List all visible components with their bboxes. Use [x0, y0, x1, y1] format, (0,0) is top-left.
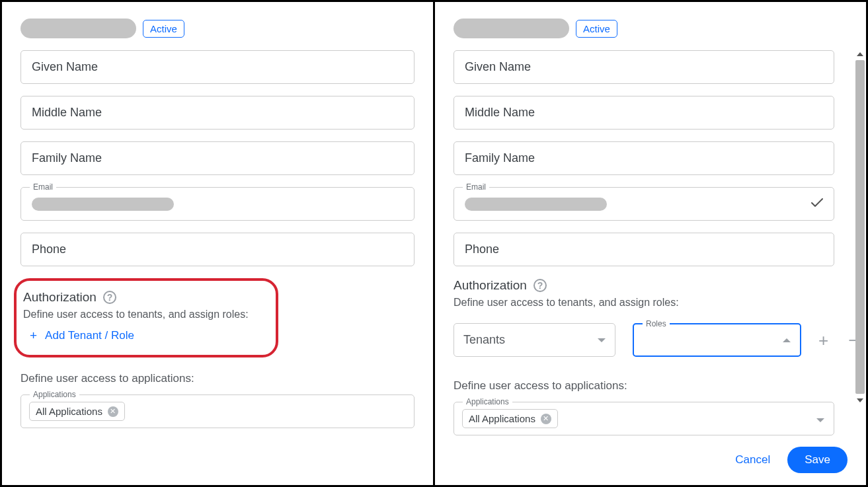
application-chip-label: All Applications	[36, 406, 102, 417]
given-name-field[interactable]: Given Name	[20, 50, 414, 84]
email-redacted	[32, 198, 174, 211]
check-icon	[811, 197, 823, 211]
applications-subtitle: Define user access to applications:	[20, 372, 414, 385]
authorization-heading: Authorization	[454, 278, 527, 293]
scroll-up-icon[interactable]	[857, 52, 863, 56]
header-row: Active	[20, 19, 414, 38]
status-badge: Active	[143, 20, 184, 38]
authorization-heading-row: Authorization ?	[454, 278, 848, 293]
chevron-up-icon	[783, 338, 791, 342]
given-name-field[interactable]: Given Name	[454, 50, 834, 84]
tenants-placeholder: Tenants	[463, 333, 505, 347]
middle-name-field[interactable]: Middle Name	[454, 96, 834, 130]
tenants-select[interactable]: Tenants	[454, 323, 615, 357]
applications-select[interactable]: Applications All Applications ✕	[454, 402, 834, 435]
email-field[interactable]: Email	[454, 187, 834, 221]
add-tenant-role-label: Add Tenant / Role	[45, 329, 134, 342]
middle-name-field[interactable]: Middle Name	[20, 96, 414, 130]
phone-placeholder: Phone	[465, 243, 499, 256]
remove-chip-icon[interactable]: ✕	[108, 406, 118, 417]
scrollbar-thumb[interactable]	[855, 60, 865, 394]
authorization-subtitle: Define user access to tenants, and assig…	[454, 297, 848, 309]
panel-right: Active Given Name Middle Name Family Nam…	[435, 2, 866, 485]
plus-icon: +	[30, 328, 37, 343]
roles-label: Roles	[643, 319, 670, 328]
panel-left: Active Given Name Middle Name Family Nam…	[2, 2, 435, 485]
application-chip[interactable]: All Applications ✕	[29, 402, 125, 421]
email-label: Email	[30, 182, 56, 192]
row-action-icons: + −	[818, 332, 858, 349]
remove-chip-icon[interactable]: ✕	[541, 414, 551, 424]
chevron-down-icon	[598, 338, 606, 342]
email-redacted	[465, 198, 607, 211]
given-name-placeholder: Given Name	[465, 60, 531, 74]
family-name-placeholder: Family Name	[465, 151, 535, 165]
help-icon[interactable]: ?	[533, 279, 547, 292]
name-redacted	[20, 19, 136, 38]
middle-name-placeholder: Middle Name	[32, 106, 102, 120]
authorization-subtitle: Define user access to tenants, and assig…	[23, 309, 264, 320]
middle-name-placeholder: Middle Name	[465, 106, 535, 120]
given-name-placeholder: Given Name	[32, 60, 98, 74]
application-chip-label: All Applications	[469, 413, 535, 424]
header-row: Active	[454, 19, 848, 38]
add-tenant-role-link[interactable]: + Add Tenant / Role	[30, 328, 134, 343]
applications-label: Applications	[30, 390, 79, 399]
authorization-heading-row: Authorization ?	[23, 290, 264, 305]
cancel-button[interactable]: Cancel	[735, 453, 770, 467]
roles-select[interactable]: Roles	[633, 323, 801, 357]
applications-subtitle: Define user access to applications:	[454, 379, 848, 393]
status-badge: Active	[576, 20, 617, 38]
email-field[interactable]: Email	[20, 187, 414, 221]
applications-select[interactable]: Applications All Applications ✕	[20, 394, 414, 428]
save-button[interactable]: Save	[787, 447, 848, 473]
help-icon[interactable]: ?	[103, 291, 116, 304]
authorization-heading: Authorization	[23, 290, 97, 305]
family-name-field[interactable]: Family Name	[454, 141, 834, 175]
name-redacted	[454, 19, 569, 38]
phone-field[interactable]: Phone	[20, 233, 414, 266]
application-chip[interactable]: All Applications ✕	[462, 409, 558, 428]
scroll-down-icon[interactable]	[857, 398, 863, 402]
family-name-field[interactable]: Family Name	[20, 141, 414, 175]
add-row-icon[interactable]: +	[818, 332, 828, 349]
footer-actions: Cancel Save	[735, 447, 848, 473]
applications-label: Applications	[463, 397, 512, 406]
phone-field[interactable]: Phone	[454, 233, 834, 266]
email-label: Email	[463, 182, 489, 192]
phone-placeholder: Phone	[32, 243, 66, 256]
family-name-placeholder: Family Name	[32, 151, 102, 165]
chevron-down-icon	[816, 413, 824, 425]
highlight-ring: Authorization ? Define user access to te…	[14, 278, 278, 357]
tenant-role-row: Tenants Roles + −	[454, 323, 848, 357]
